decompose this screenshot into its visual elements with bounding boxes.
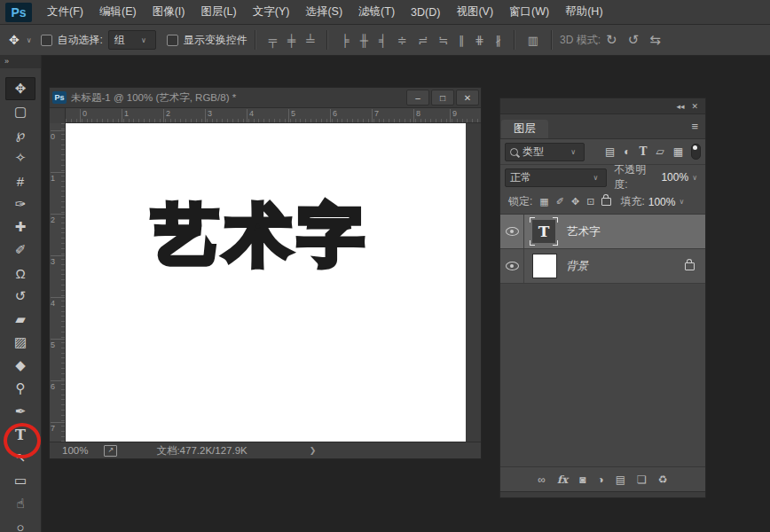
menu-edit[interactable]: 编辑(E) xyxy=(91,4,145,20)
visibility-toggle[interactable] xyxy=(500,215,524,248)
filter-pixel-layers-icon[interactable]: ▤ xyxy=(601,145,619,158)
distribute-top-edges-icon[interactable]: ≑ xyxy=(392,34,412,47)
panel-menu-icon[interactable]: ≡ xyxy=(691,120,698,133)
vertical-ruler[interactable]: 0 1 2 3 4 5 6 7 xyxy=(50,123,66,442)
pen-tool[interactable]: ✒ xyxy=(5,400,35,423)
distribute-right-edges-icon[interactable]: ∦ xyxy=(490,34,507,47)
layer-thumbnail-selection[interactable]: T xyxy=(530,217,558,246)
auto-select-dropdown[interactable]: 组 ∨ xyxy=(108,30,156,50)
distribute-horizontal-centers-icon[interactable]: ⋕ xyxy=(469,34,490,47)
zoom-tool[interactable]: ○ xyxy=(5,515,35,532)
brush-tool[interactable]: ✐ xyxy=(5,239,35,262)
distribute-left-edges-icon[interactable]: ∥ xyxy=(453,34,470,47)
panel-close-icon[interactable]: ✕ xyxy=(691,102,698,111)
panel-collapse-icon[interactable]: ◂◂ xyxy=(676,102,684,111)
toolbar-collapse-button[interactable]: » xyxy=(0,55,41,68)
clone-stamp-tool[interactable]: Ω xyxy=(5,262,35,285)
menu-layer[interactable]: 图层(L) xyxy=(192,4,244,20)
align-right-edges-icon[interactable]: ╡ xyxy=(373,34,392,47)
filter-smart-objects-icon[interactable]: ▦ xyxy=(669,145,688,158)
filter-type-layers-icon[interactable]: T xyxy=(634,145,651,158)
rectangular-marquee-tool[interactable]: ▢ xyxy=(5,100,35,123)
eyedropper-tool[interactable]: ✑ xyxy=(5,192,35,215)
layer-style-icon[interactable]: fx xyxy=(557,473,568,486)
document-title-bar[interactable]: Ps 未标题-1 @ 100% (艺术字, RGB/8) * – □ ✕ xyxy=(50,88,481,108)
filter-toggle-switch[interactable] xyxy=(691,144,701,160)
add-layer-mask-icon[interactable]: ◙ xyxy=(579,473,585,486)
filter-adjustment-layers-icon[interactable]: ◐ xyxy=(619,145,634,158)
eraser-tool[interactable]: ▰ xyxy=(5,308,35,331)
3d-rotate-icon[interactable]: ↻ xyxy=(601,32,623,48)
move-tool[interactable]: ✥ xyxy=(5,77,35,100)
layer-name[interactable]: 背景 xyxy=(566,259,588,274)
menu-window[interactable]: 窗口(W) xyxy=(501,4,557,20)
lock-transparent-pixels-icon[interactable]: ▦ xyxy=(536,196,552,207)
tab-layers[interactable]: 图层 xyxy=(501,120,548,138)
panel-resize-edge[interactable] xyxy=(500,491,705,497)
opacity-value[interactable]: 100% xyxy=(661,171,688,184)
minimize-button[interactable]: – xyxy=(406,90,429,106)
quick-selection-tool[interactable]: ✧ xyxy=(5,146,35,169)
menu-image[interactable]: 图像(I) xyxy=(145,4,193,20)
horizontal-ruler[interactable]: 0 1 2 3 4 5 6 7 8 9 xyxy=(66,108,481,123)
blend-mode-dropdown[interactable]: 正常 ∨ xyxy=(505,168,607,187)
chevron-down-icon[interactable]: ∨ xyxy=(679,198,684,206)
menu-help[interactable]: 帮助(H) xyxy=(557,4,610,20)
menu-filter[interactable]: 滤镜(T) xyxy=(350,4,403,20)
visibility-toggle[interactable] xyxy=(500,249,524,283)
chevron-down-icon[interactable]: ∨ xyxy=(692,174,697,182)
3d-drag-icon[interactable]: ⇆ xyxy=(644,32,666,48)
align-horizontal-centers-icon[interactable]: ╫ xyxy=(355,34,373,47)
filter-shape-layers-icon[interactable]: ▱ xyxy=(651,145,668,158)
type-tool[interactable]: T xyxy=(5,423,35,446)
hand-tool[interactable]: ☝ xyxy=(5,492,35,515)
distribute-bottom-edges-icon[interactable]: ≒ xyxy=(433,34,453,47)
auto-select-checkbox[interactable] xyxy=(41,35,52,46)
lock-all-icon[interactable] xyxy=(601,198,611,206)
fill-value[interactable]: 100% xyxy=(648,196,676,208)
gradient-tool[interactable]: ▨ xyxy=(5,331,35,354)
status-more-chevron-icon[interactable]: ❯ xyxy=(310,446,317,455)
layer-name[interactable]: 艺术字 xyxy=(567,224,601,239)
menu-3d[interactable]: 3D(D) xyxy=(403,6,448,19)
lock-position-icon[interactable]: ✥ xyxy=(568,196,583,207)
menu-file[interactable]: 文件(F) xyxy=(39,4,91,20)
menu-view[interactable]: 视图(V) xyxy=(448,4,501,20)
tool-preset-caret-icon[interactable]: ∨ xyxy=(27,36,32,44)
crop-tool[interactable]: # xyxy=(5,169,35,192)
align-bottom-edges-icon[interactable]: ╧ xyxy=(301,34,319,47)
menu-type[interactable]: 文字(Y) xyxy=(245,4,298,20)
canvas-art-text[interactable]: 艺术字 xyxy=(153,192,371,281)
blur-tool[interactable]: ◆ xyxy=(5,354,35,377)
layer-row-background[interactable]: 背景 xyxy=(500,249,705,284)
distribute-spacing-icon[interactable]: ▥ xyxy=(522,34,544,47)
dodge-tool[interactable]: ⚲ xyxy=(5,377,35,400)
share-export-icon[interactable]: ↗ xyxy=(104,445,117,457)
align-left-edges-icon[interactable]: ╞ xyxy=(335,34,354,47)
new-group-icon[interactable]: ▤ xyxy=(616,473,625,486)
close-button[interactable]: ✕ xyxy=(456,90,479,106)
delete-layer-icon[interactable]: ♻ xyxy=(658,473,668,486)
lasso-tool[interactable]: ℘ xyxy=(5,123,35,146)
filter-type-dropdown[interactable]: 类型 ∨ xyxy=(505,143,585,161)
align-vertical-centers-icon[interactable]: ╪ xyxy=(282,34,301,47)
rectangle-tool[interactable]: ▭ xyxy=(5,469,35,492)
layer-row-art-text[interactable]: T 艺术字 xyxy=(500,215,705,249)
link-layers-icon[interactable]: ∞ xyxy=(538,473,546,486)
show-transform-checkbox[interactable] xyxy=(167,35,178,46)
menu-select[interactable]: 选择(S) xyxy=(297,4,350,20)
ruler-origin-corner[interactable] xyxy=(50,108,66,124)
lock-artboard-icon[interactable]: ⊡ xyxy=(583,196,598,207)
3d-roll-icon[interactable]: ↺ xyxy=(623,32,645,48)
distribute-vertical-centers-icon[interactable]: ≓ xyxy=(412,34,433,47)
path-selection-tool[interactable]: ↖ xyxy=(5,446,35,469)
lock-image-pixels-icon[interactable]: ✐ xyxy=(553,196,568,207)
canvas[interactable]: 艺术字 xyxy=(66,123,466,442)
history-brush-tool[interactable]: ↺ xyxy=(5,285,35,308)
align-top-edges-icon[interactable]: ╤ xyxy=(263,34,282,47)
maximize-button[interactable]: □ xyxy=(431,90,454,106)
new-layer-icon[interactable]: ❏ xyxy=(637,473,647,486)
spot-healing-brush-tool[interactable]: ✚ xyxy=(5,215,35,239)
new-adjustment-layer-icon[interactable]: ◑ xyxy=(598,473,604,486)
zoom-level[interactable]: 100% xyxy=(62,445,88,456)
